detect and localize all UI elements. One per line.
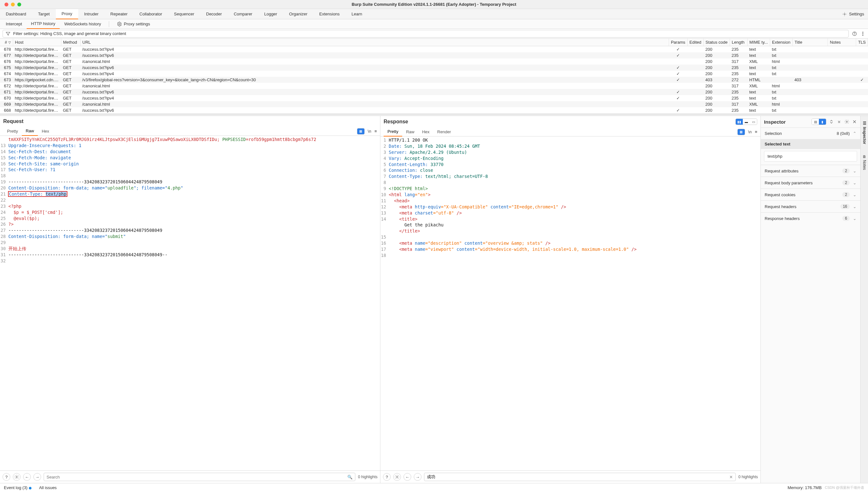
tab-organizer[interactable]: Organizer bbox=[283, 9, 313, 19]
inspector-section[interactable]: Request body parameters2⌄ bbox=[761, 177, 860, 189]
table-row[interactable]: 673https://getpocket.cdn.m...GET/v3/fire… bbox=[0, 77, 868, 83]
table-row[interactable]: 678http://detectportal.firefox...GET/suc… bbox=[0, 46, 868, 53]
settings-button[interactable] bbox=[13, 473, 21, 481]
maximize-window-button[interactable] bbox=[17, 3, 21, 6]
editor-tab-raw[interactable]: Raw bbox=[402, 127, 418, 137]
menu-icon[interactable]: ≡ bbox=[755, 129, 757, 134]
menu-icon[interactable]: ≡ bbox=[374, 129, 377, 133]
inspector-layout-toggle[interactable]: ▤▮ bbox=[812, 119, 826, 125]
tab-comparer[interactable]: Comparer bbox=[228, 9, 258, 19]
table-row[interactable]: 668http://detectportal.firefox...GET/suc… bbox=[0, 107, 868, 113]
help-button[interactable]: ? bbox=[3, 473, 10, 481]
close-icon[interactable] bbox=[852, 119, 857, 124]
gear-icon[interactable] bbox=[844, 119, 849, 124]
more-icon[interactable] bbox=[860, 31, 865, 36]
response-editor[interactable]: 1HTTP/1.1 200 OK 2Date: Sun, 18 Feb 2024… bbox=[380, 137, 761, 470]
tab-decoder[interactable]: Decoder bbox=[200, 9, 228, 19]
settings-label[interactable]: Settings bbox=[849, 11, 864, 16]
tab-collaborator[interactable]: Collaborator bbox=[133, 9, 168, 19]
column-header[interactable]: # ▽ bbox=[0, 39, 13, 46]
memory-label: Memory: 176.7MB bbox=[787, 485, 821, 490]
svg-point-4 bbox=[863, 32, 863, 32]
help-button[interactable]: ? bbox=[383, 473, 391, 481]
inspector-section[interactable]: Request cookies2⌄ bbox=[761, 189, 860, 200]
proxy-settings-link[interactable]: Proxy settings bbox=[112, 19, 155, 29]
column-header[interactable]: Host bbox=[13, 39, 61, 46]
svg-point-9 bbox=[846, 121, 847, 122]
editor-tab-raw[interactable]: Raw bbox=[22, 127, 38, 136]
column-header[interactable]: URL bbox=[80, 39, 669, 46]
editor-tab-pretty[interactable]: Pretty bbox=[3, 127, 22, 136]
tab-learn[interactable]: Learn bbox=[346, 9, 368, 19]
minimize-window-button[interactable] bbox=[11, 3, 15, 6]
all-issues-link[interactable]: All issues bbox=[39, 485, 57, 490]
subtab-http-history[interactable]: HTTP history bbox=[27, 19, 60, 29]
next-match-button[interactable]: → bbox=[33, 473, 41, 481]
response-view-toggle[interactable]: ▦ bbox=[737, 129, 745, 135]
column-header[interactable]: Notes bbox=[828, 39, 856, 46]
tab-intruder[interactable]: Intruder bbox=[78, 9, 105, 19]
inspector-section[interactable]: Request attributes2⌄ bbox=[761, 165, 860, 177]
table-row[interactable]: 674http://detectportal.firefox...GET/suc… bbox=[0, 71, 868, 77]
main-tabs: DashboardTargetProxyIntruderRepeaterColl… bbox=[0, 9, 868, 19]
tab-dashboard[interactable]: Dashboard bbox=[0, 9, 32, 19]
column-header[interactable]: Params bbox=[669, 39, 687, 46]
expand-icon[interactable] bbox=[829, 119, 834, 124]
response-search-input[interactable]: ✕ bbox=[424, 473, 736, 481]
column-header[interactable]: Edited bbox=[687, 39, 703, 46]
side-tab-inspector[interactable]: ☰Inspector bbox=[862, 119, 867, 146]
settings-button[interactable] bbox=[393, 473, 401, 481]
inspector-section[interactable]: Response headers6⌄ bbox=[761, 213, 860, 224]
column-header[interactable]: TLS bbox=[856, 39, 868, 46]
tab-proxy[interactable]: Proxy bbox=[56, 9, 78, 19]
request-view-toggle[interactable]: ▦ bbox=[357, 128, 365, 134]
table-row[interactable]: 672http://detectportal.firefox...GET/can… bbox=[0, 83, 868, 89]
close-window-button[interactable] bbox=[4, 3, 8, 6]
tab-repeater[interactable]: Repeater bbox=[105, 9, 133, 19]
clear-icon[interactable]: ✕ bbox=[729, 475, 733, 479]
column-header[interactable]: Extension bbox=[770, 39, 793, 46]
newline-toggle[interactable]: \n bbox=[368, 129, 372, 133]
selected-text-value: text/php bbox=[764, 151, 857, 162]
prev-match-button[interactable]: ← bbox=[404, 473, 411, 481]
column-header[interactable]: Title bbox=[793, 39, 828, 46]
column-header[interactable]: Method bbox=[61, 39, 80, 46]
help-icon[interactable] bbox=[852, 31, 857, 36]
editor-tab-pretty[interactable]: Pretty bbox=[384, 127, 402, 137]
layout-toggle[interactable]: ▮▮▬▭ bbox=[735, 119, 757, 125]
tab-target[interactable]: Target bbox=[32, 9, 56, 19]
http-history-table[interactable]: # ▽HostMethodURLParamsEditedStatus codeL… bbox=[0, 39, 868, 114]
side-tab-notes[interactable]: 🗎Notes bbox=[862, 152, 867, 172]
next-match-button[interactable]: → bbox=[414, 473, 422, 481]
request-editor[interactable]: tmXXFSITyYnKCnC255QTzFL3Rr0MJG9irz4KLJtp… bbox=[0, 136, 380, 470]
subtab-intercept[interactable]: Intercept bbox=[1, 19, 27, 29]
editor-tab-hex[interactable]: Hex bbox=[418, 127, 433, 137]
inspector-selection-row[interactable]: Selection 8 (0x8) ⌃ bbox=[761, 128, 860, 139]
tab-sequencer[interactable]: Sequencer bbox=[168, 9, 200, 19]
table-row[interactable]: 676http://detectportal.firefox...GET/can… bbox=[0, 58, 868, 65]
table-row[interactable]: 670http://detectportal.firefox...GET/suc… bbox=[0, 95, 868, 101]
selected-text-header: Selected text bbox=[761, 139, 860, 149]
request-search-input[interactable]: 🔍 bbox=[44, 473, 355, 481]
table-row[interactable]: 669http://detectportal.firefox...GET/can… bbox=[0, 101, 868, 107]
request-highlight-count: 0 highlights bbox=[358, 475, 378, 479]
inspector-section[interactable]: Request headers16⌄ bbox=[761, 201, 860, 212]
column-header[interactable]: MIME ty... bbox=[747, 39, 770, 46]
table-row[interactable]: 671http://detectportal.firefox...GET/suc… bbox=[0, 89, 868, 95]
event-log-link[interactable]: Event log (3) bbox=[4, 485, 31, 490]
prev-match-button[interactable]: ← bbox=[23, 473, 31, 481]
table-row[interactable]: 677http://detectportal.firefox...GET/suc… bbox=[0, 52, 868, 58]
tab-logger[interactable]: Logger bbox=[258, 9, 283, 19]
newline-toggle[interactable]: \n bbox=[748, 129, 752, 134]
inspector-title: Inspector bbox=[764, 119, 786, 125]
filter-settings-button[interactable]: Filter settings: Hiding CSS, image and g… bbox=[3, 30, 849, 38]
subtab-websockets-history[interactable]: WebSockets history bbox=[60, 19, 106, 29]
table-row[interactable]: 675http://detectportal.firefox...GET/suc… bbox=[0, 65, 868, 71]
editor-tab-hex[interactable]: Hex bbox=[38, 127, 53, 136]
column-header[interactable]: Length bbox=[730, 39, 747, 46]
collapse-icon[interactable] bbox=[837, 119, 842, 124]
editor-tab-render[interactable]: Render bbox=[433, 127, 455, 137]
tab-extensions[interactable]: Extensions bbox=[314, 9, 346, 19]
svg-point-7 bbox=[16, 476, 17, 477]
column-header[interactable]: Status code bbox=[703, 39, 730, 46]
